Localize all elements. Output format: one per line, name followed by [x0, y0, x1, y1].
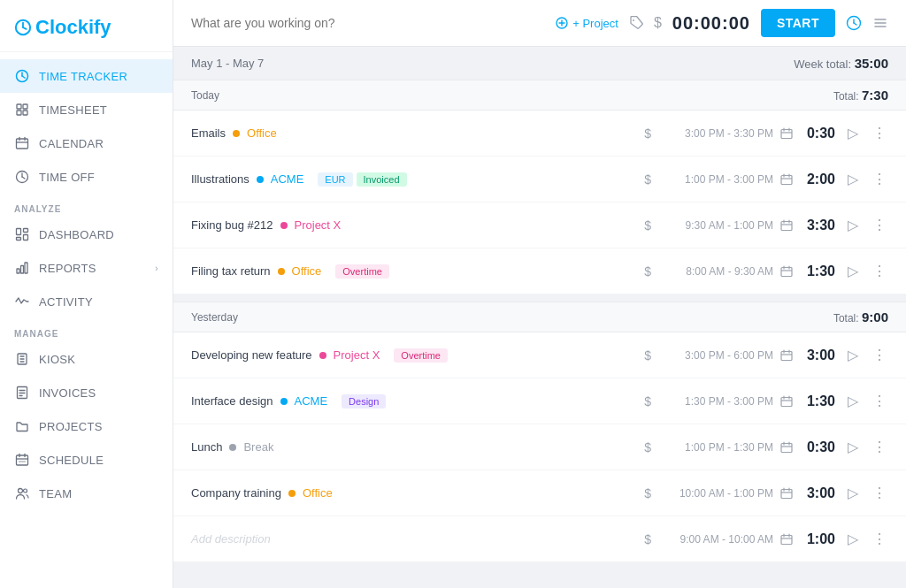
sidebar-item-time-off[interactable]: TIME OFF — [0, 160, 173, 194]
svg-point-42 — [633, 19, 634, 21]
badge-overtime: Overtime — [335, 264, 389, 279]
entry-more-button[interactable]: ⋮ — [871, 217, 888, 233]
sidebar-item-dashboard[interactable]: DASHBOARD — [0, 218, 173, 251]
entry-dot — [319, 352, 326, 359]
entry-description: Emails Office — [191, 126, 644, 140]
entry-play-button[interactable]: ▷ — [842, 125, 864, 141]
table-row: Emails Office $ 3:00 PM - 3:30 PM 0:30 ▷… — [173, 111, 906, 157]
clock-icon — [14, 68, 30, 84]
svg-line-2 — [23, 27, 27, 29]
entry-calendar-icon[interactable] — [780, 395, 793, 408]
entry-more-button[interactable]: ⋮ — [871, 171, 888, 187]
entry-calendar-icon[interactable] — [780, 349, 793, 362]
sidebar-item-schedule[interactable]: SCHEDULE — [0, 443, 173, 477]
day-header-yesterday: Yesterday Total: 9:00 — [173, 302, 906, 332]
entry-play-button[interactable]: ▷ — [842, 347, 864, 363]
entry-description: Add description — [191, 532, 644, 546]
sidebar-item-activity[interactable]: ACTIVITY — [0, 285, 173, 318]
time-entry-input[interactable] — [191, 16, 547, 30]
add-description-placeholder[interactable]: Add description — [191, 532, 271, 546]
entry-calendar-icon[interactable] — [780, 533, 793, 546]
entry-more-button[interactable]: ⋮ — [871, 125, 888, 141]
day-total-today: Total: 7:30 — [833, 88, 888, 103]
manual-mode-icon[interactable] — [846, 15, 862, 31]
entry-more-button[interactable]: ⋮ — [871, 531, 888, 547]
entry-description: Developing new feature Project X Overtim… — [191, 348, 644, 363]
entry-play-button[interactable]: ▷ — [842, 171, 864, 187]
entry-play-button[interactable]: ▷ — [842, 263, 864, 279]
clock-off-icon — [14, 169, 30, 185]
svg-rect-17 — [17, 229, 21, 235]
svg-rect-32 — [17, 455, 28, 465]
entry-more-button[interactable]: ⋮ — [871, 263, 888, 279]
entry-play-button[interactable]: ▷ — [842, 485, 864, 501]
entry-right: $ 1:00 PM - 3:00 PM 2:00 ▷ ⋮ — [644, 171, 888, 187]
team-icon — [14, 485, 30, 501]
project-button[interactable]: + Project — [556, 17, 618, 30]
start-button[interactable]: START — [761, 9, 835, 37]
entry-more-button[interactable]: ⋮ — [871, 439, 888, 455]
entry-dot — [288, 490, 296, 497]
entry-description: Filing tax return Office Overtime — [191, 264, 644, 279]
entry-description: Fixing bug #212 Project X — [191, 218, 644, 232]
entry-right: $ 1:00 PM - 1:30 PM 0:30 ▷ ⋮ — [644, 439, 888, 455]
entry-billable-icon[interactable]: $ — [644, 264, 651, 279]
schedule-icon — [14, 452, 30, 468]
day-group-today: Today Total: 7:30 Emails Office $ 3:00 P… — [173, 80, 906, 294]
topbar-menu-icon[interactable] — [872, 15, 888, 31]
logo-text: Clockify — [14, 16, 158, 39]
sidebar-item-reports[interactable]: REPORTS › — [0, 251, 173, 285]
sidebar-item-calendar[interactable]: CALENDAR — [0, 126, 173, 160]
entry-billable-icon[interactable]: $ — [644, 440, 651, 454]
entry-billable-icon[interactable]: $ — [644, 348, 651, 363]
sidebar-item-kiosk[interactable]: KIOSK — [0, 342, 173, 376]
entry-more-button[interactable]: ⋮ — [871, 347, 888, 363]
entry-billable-icon[interactable]: $ — [644, 218, 651, 233]
entry-right: $ 9:00 AM - 10:00 AM 1:00 ▷ ⋮ — [644, 531, 888, 547]
day-group-yesterday: Yesterday Total: 9:00 Developing new fea… — [173, 302, 906, 562]
sidebar-item-projects[interactable]: PROJECTS — [0, 409, 173, 443]
logo: Clockify — [0, 0, 173, 52]
main-content: + Project $ 00:00:00 START — [173, 0, 906, 588]
entry-play-button[interactable]: ▷ — [842, 217, 864, 233]
svg-rect-81 — [781, 535, 792, 544]
entry-billable-icon[interactable]: $ — [644, 486, 651, 500]
sidebar: Clockify TIME TRACKER — [0, 0, 173, 588]
table-row: Interface design ACME Design $ 1:30 PM -… — [173, 378, 906, 424]
sidebar-item-timesheet[interactable]: TIMESHEET — [0, 93, 173, 126]
entry-billable-icon[interactable]: $ — [644, 532, 651, 546]
entry-description: Illustrations ACME EUR Invoiced — [191, 172, 644, 187]
entry-calendar-icon[interactable] — [780, 173, 793, 186]
svg-rect-23 — [25, 263, 27, 273]
entry-play-button[interactable]: ▷ — [842, 393, 864, 409]
entry-badges: Overtime — [394, 348, 448, 363]
entry-play-button[interactable]: ▷ — [842, 439, 864, 455]
entry-more-button[interactable]: ⋮ — [871, 393, 888, 409]
entry-badges: EUR Invoiced — [318, 172, 406, 187]
entry-billable-icon[interactable]: $ — [644, 394, 651, 409]
projects-icon — [14, 418, 30, 434]
tag-icon[interactable] — [629, 16, 643, 30]
svg-line-45 — [854, 23, 856, 25]
svg-rect-61 — [781, 267, 792, 276]
entry-billable-icon[interactable]: $ — [644, 172, 651, 187]
svg-rect-69 — [781, 397, 792, 406]
kiosk-icon — [14, 351, 30, 367]
entry-calendar-icon[interactable] — [780, 127, 793, 140]
analyze-section-label: ANALYZE — [0, 194, 173, 218]
sidebar-item-invoices[interactable]: INVOICES — [0, 376, 173, 409]
sidebar-item-team[interactable]: TEAM — [0, 477, 173, 510]
svg-rect-77 — [781, 489, 792, 498]
svg-rect-10 — [17, 139, 28, 149]
entry-calendar-icon[interactable] — [780, 265, 793, 278]
entry-calendar-icon[interactable] — [780, 487, 793, 500]
sidebar-item-time-tracker[interactable]: TIME TRACKER — [0, 59, 173, 93]
entry-billable-icon[interactable]: $ — [644, 126, 651, 141]
svg-rect-65 — [781, 351, 792, 360]
entry-calendar-icon[interactable] — [780, 441, 793, 454]
entry-calendar-icon[interactable] — [780, 219, 793, 232]
svg-rect-19 — [24, 235, 28, 241]
entry-more-button[interactable]: ⋮ — [871, 485, 888, 501]
entry-play-button[interactable]: ▷ — [842, 531, 864, 547]
billable-icon[interactable]: $ — [654, 15, 662, 31]
